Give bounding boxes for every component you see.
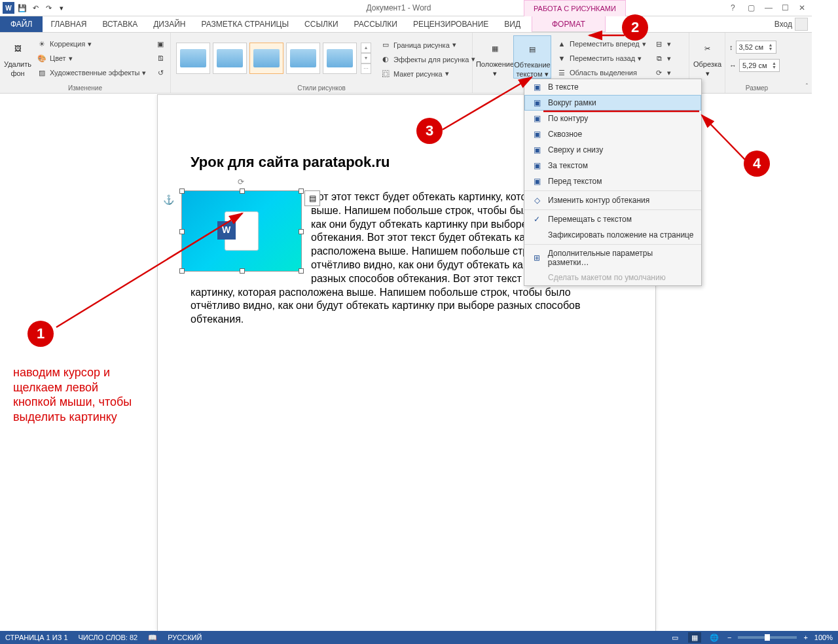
- tab-view[interactable]: ВИД: [496, 16, 528, 32]
- change-picture-button[interactable]: 🖻: [153, 52, 168, 64]
- resize-handle[interactable]: [240, 268, 245, 274]
- align-icon: ⊟: [654, 39, 665, 49]
- tab-format[interactable]: ФОРМАТ: [532, 16, 606, 32]
- resize-handle[interactable]: [299, 188, 304, 194]
- wrap-topbottom-icon: ▣: [531, 145, 543, 155]
- color-button[interactable]: 🎨Цвет ▾: [34, 52, 149, 64]
- resize-handle[interactable]: [299, 268, 304, 274]
- title-bar: W 💾 ↶ ↷ ▾ Документ1 - Word РАБОТА С РИСУ…: [0, 0, 812, 16]
- style-thumb[interactable]: [213, 43, 247, 74]
- height-input[interactable]: ↕ 3,52 см▲▼: [729, 41, 780, 54]
- menu-more-layout[interactable]: ⊞Дополнительные параметры разметки…: [524, 246, 701, 270]
- crop-button[interactable]: ✂ Обрезка▾: [693, 35, 721, 77]
- wrap-text-icon: ▤: [522, 39, 543, 60]
- sign-in-label: Вход: [774, 20, 792, 29]
- collapse-ribbon-icon[interactable]: ˆ: [806, 83, 808, 90]
- tab-page-layout[interactable]: РАЗМЕТКА СТРАНИЦЫ: [194, 16, 297, 32]
- position-icon: ▦: [484, 38, 505, 59]
- save-icon[interactable]: 💾: [17, 3, 27, 13]
- picture-layout-button[interactable]: ⿴Макет рисунка ▾: [378, 68, 478, 80]
- resize-handle[interactable]: [179, 188, 185, 194]
- send-backward-icon: ▼: [556, 53, 567, 63]
- menu-through[interactable]: ▣Сквозное: [524, 126, 701, 142]
- wrap-text-button[interactable]: ▤ Обтекание текстом ▾: [513, 35, 551, 79]
- selected-image[interactable]: ⟳ ⚓ ▤: [181, 190, 302, 272]
- style-thumb[interactable]: [286, 43, 320, 74]
- tab-insert[interactable]: ВСТАВКА: [94, 16, 145, 32]
- style-thumb[interactable]: [323, 43, 357, 74]
- wrap-behind-icon: ▣: [531, 160, 543, 171]
- qat-dropdown-icon[interactable]: ▾: [56, 3, 67, 13]
- corrections-button[interactable]: ☀Коррекция ▾: [34, 38, 149, 50]
- style-thumb[interactable]: [176, 43, 210, 74]
- layout-options-icon[interactable]: ▤: [304, 190, 320, 206]
- menu-edit-wrap-points[interactable]: ◇Изменить контур обтекания: [524, 192, 701, 208]
- redo-icon[interactable]: ↷: [43, 3, 54, 13]
- document-title: Документ1 - Word: [67, 3, 731, 12]
- resize-handle[interactable]: [179, 268, 185, 274]
- gallery-down-icon[interactable]: ▾: [361, 53, 371, 63]
- group-icon: ⧉: [654, 53, 665, 63]
- more-options-icon: ⊞: [531, 253, 543, 263]
- menu-set-default: Сделать макетом по умолчанию: [524, 270, 701, 285]
- menu-tight[interactable]: ▣По контуру: [524, 111, 701, 126]
- align-button[interactable]: ⊟▾: [651, 38, 674, 50]
- edit-points-icon: ◇: [531, 195, 543, 206]
- rotate-icon: ⟳: [654, 67, 665, 78]
- picture-effects-button[interactable]: ◐Эффекты для рисунка ▾: [378, 54, 478, 65]
- word-doc-icon: [225, 211, 259, 251]
- remove-background-button[interactable]: 🖼 Удалить фон: [4, 35, 31, 77]
- menu-behind[interactable]: ▣За текстом: [524, 158, 701, 173]
- undo-icon[interactable]: ↶: [30, 3, 41, 13]
- rotate-button[interactable]: ⟳▾: [651, 67, 674, 79]
- sign-in[interactable]: Вход: [774, 16, 808, 32]
- style-thumb[interactable]: [249, 43, 283, 74]
- menu-fix-position[interactable]: Зафиксировать положение на странице: [524, 227, 701, 243]
- color-icon: 🎨: [37, 53, 47, 63]
- width-input[interactable]: ↔ 5,29 см▲▼: [729, 59, 780, 72]
- resize-handle[interactable]: [240, 188, 245, 194]
- group-label-adjust: Изменение: [0, 83, 170, 93]
- tab-review[interactable]: РЕЦЕНЗИРОВАНИЕ: [405, 16, 496, 32]
- send-backward-button[interactable]: ▼Переместить назад ▾: [554, 52, 649, 64]
- wrap-front-icon: ▣: [531, 176, 543, 187]
- position-button[interactable]: ▦ Положение▾: [477, 35, 513, 77]
- menu-top-bottom[interactable]: ▣Сверху и снизу: [524, 142, 701, 158]
- minimize-icon[interactable]: —: [765, 3, 774, 12]
- menu-front[interactable]: ▣Перед текстом: [524, 173, 701, 189]
- wrap-inline-icon: ▣: [531, 82, 543, 92]
- close-icon[interactable]: ✕: [799, 3, 808, 12]
- menu-move-with-text[interactable]: ✓Перемещать с текстом: [524, 211, 701, 227]
- reset-picture-button[interactable]: ↺: [153, 67, 168, 79]
- group-button[interactable]: ⧉▾: [651, 52, 674, 64]
- tab-references[interactable]: ССЫЛКИ: [297, 16, 346, 32]
- effects-icon: ▨: [37, 67, 47, 78]
- tab-file[interactable]: ФАЙЛ: [0, 16, 43, 32]
- tab-mailings[interactable]: РАССЫЛКИ: [346, 16, 405, 32]
- resize-handle[interactable]: [179, 229, 185, 234]
- picture-styles-gallery[interactable]: ▴ ▾ ⋯: [175, 40, 373, 77]
- tab-design[interactable]: ДИЗАЙН: [145, 16, 193, 32]
- resize-handle[interactable]: [299, 229, 304, 234]
- help-icon[interactable]: ?: [731, 3, 740, 12]
- gallery-up-icon[interactable]: ▴: [361, 43, 371, 53]
- wrap-square-icon: ▣: [531, 98, 543, 108]
- ribbon-tabs: ФАЙЛ ГЛАВНАЯ ВСТАВКА ДИЗАЙН РАЗМЕТКА СТР…: [0, 16, 812, 33]
- ribbon-options-icon[interactable]: ▢: [748, 3, 757, 12]
- gallery-more-icon[interactable]: ⋯: [361, 63, 371, 74]
- word-logo-icon: W: [3, 2, 14, 14]
- menu-inline[interactable]: ▣В тексте: [524, 79, 701, 95]
- menu-separator: [524, 209, 701, 210]
- menu-square[interactable]: ▣Вокруг рамки: [524, 95, 701, 111]
- contextual-tab-label: РАБОТА С РИСУНКАМИ: [524, 0, 626, 16]
- artistic-effects-button[interactable]: ▨Художественные эффекты ▾: [34, 67, 149, 79]
- group-label-styles: Стили рисунков: [171, 83, 472, 93]
- selection-pane-button[interactable]: ☰Область выделения: [554, 67, 649, 79]
- change-picture-icon: 🖻: [155, 53, 166, 63]
- maximize-icon[interactable]: ☐: [782, 3, 791, 12]
- bring-forward-button[interactable]: ▲Переместить вперед ▾: [554, 38, 649, 50]
- tab-home[interactable]: ГЛАВНАЯ: [43, 16, 94, 32]
- rotation-handle-icon[interactable]: ⟳: [238, 177, 246, 185]
- compress-pictures-button[interactable]: ▣: [153, 38, 168, 50]
- picture-border-button[interactable]: ▭Граница рисунка ▾: [378, 39, 478, 51]
